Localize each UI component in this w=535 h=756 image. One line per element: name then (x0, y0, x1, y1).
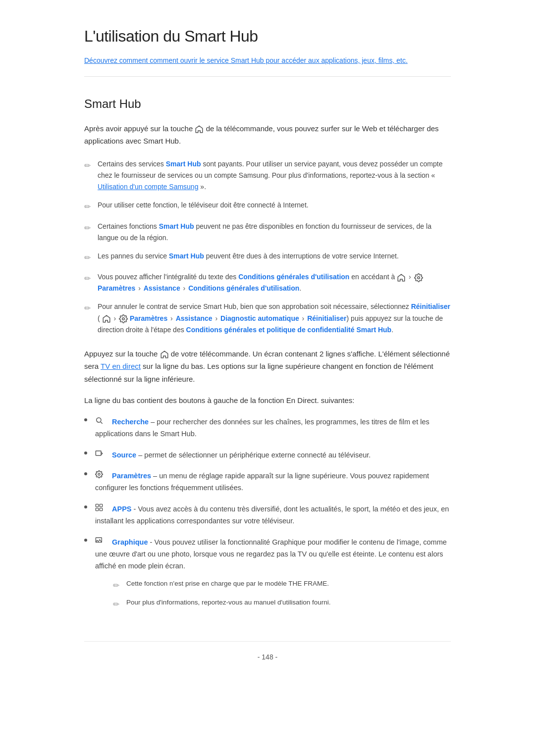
gear-icon-feature (95, 470, 106, 478)
cgu-link-2[interactable]: Conditions générales d'utilisation (188, 284, 299, 292)
sub-note-2: ✏ Pour plus d'informations, reportez-vou… (113, 597, 451, 611)
notes-list: ✏ Certains des services Smart Hub sont p… (84, 158, 451, 336)
smarthub-link-1[interactable]: Smart Hub (166, 160, 201, 168)
pencil-icon-5: ✏ (84, 272, 91, 285)
smarthub-link-3[interactable]: Smart Hub (169, 252, 204, 260)
pencil-icon-6: ✏ (84, 302, 91, 315)
gear-icon-inline-1 (414, 273, 423, 282)
params-link-1[interactable]: Paramètres (98, 284, 135, 292)
feature-recherche: Recherche – pour rechercher des données … (84, 416, 451, 440)
svg-rect-8 (96, 508, 98, 511)
source-icon (95, 450, 106, 457)
svg-rect-6 (96, 504, 98, 507)
pencil-icon-4: ✏ (84, 252, 91, 264)
svg-point-0 (417, 276, 420, 279)
apps-icon (95, 504, 106, 511)
pencil-icon-sub-1: ✏ (113, 579, 119, 592)
bullet-dot-1 (84, 418, 87, 421)
params-link-2[interactable]: Paramètres (130, 314, 167, 322)
feature-source: Source – permet de sélectionner un périp… (84, 449, 451, 461)
pencil-icon-1: ✏ (84, 159, 91, 172)
graphique-label[interactable]: Graphique (112, 538, 148, 546)
features-list: Recherche – pour rechercher des données … (84, 416, 451, 616)
home-icon-inline-1 (397, 273, 406, 282)
bullet-dot-5 (84, 539, 87, 542)
parametres-label[interactable]: Paramètres (112, 472, 151, 480)
page-subtitle[interactable]: Découvrez comment comment ouvrir le serv… (84, 55, 451, 76)
note-item-5: ✏ Vous pouvez afficher l'intégralité du … (84, 271, 451, 294)
home-icon-inline-2 (102, 314, 111, 323)
svg-rect-9 (100, 508, 102, 511)
para-3: La ligne du bas contient des boutons à g… (84, 394, 451, 407)
cgu-link-1[interactable]: Conditions générales d'utilisation (238, 273, 349, 281)
recherche-label[interactable]: Recherche (112, 418, 149, 426)
pencil-icon-sub-2: ✏ (113, 598, 119, 611)
reinit-link-2[interactable]: Réinitialiser (307, 314, 346, 322)
note-item-6: ✏ Pour annuler le contrat de service Sma… (84, 301, 451, 335)
assistance-link-1[interactable]: Assistance (144, 284, 180, 292)
page-number: - 148 - (84, 641, 451, 662)
page-title: L'utilisation du Smart Hub (84, 24, 451, 49)
svg-point-1 (122, 318, 125, 320)
sub-note-1: ✏ Cette fonction n'est prise en charge q… (113, 578, 451, 592)
diag-link[interactable]: Diagnostic automatique (220, 314, 299, 322)
search-icon (95, 416, 106, 424)
assistance-link-2[interactable]: Assistance (176, 314, 213, 322)
art-icon (95, 537, 106, 545)
smarthub-link-2[interactable]: Smart Hub (159, 222, 194, 230)
svg-point-2 (97, 417, 101, 422)
gear-icon-inline-2 (119, 314, 128, 323)
feature-apps: APPS - Vous avez accès à du contenu très… (84, 503, 451, 527)
bullet-dot-2 (84, 452, 87, 454)
section-heading: Smart Hub (84, 95, 451, 113)
home-icon (195, 125, 204, 134)
bullet-dot-4 (84, 505, 87, 508)
note-item-3: ✏ Certaines fonctions Smart Hub peuvent … (84, 221, 451, 244)
samsung-account-link[interactable]: Utilisation d'un compte Samsung (98, 183, 198, 191)
note-item-4: ✏ Les pannes du service Smart Hub peuven… (84, 251, 451, 264)
pencil-icon-2: ✏ (84, 201, 91, 213)
source-label[interactable]: Source (112, 451, 136, 459)
note-item-2: ✏ Pour utiliser cette fonction, le télév… (84, 200, 451, 213)
intro-paragraph: Après avoir appuyé sur la touche de la t… (84, 122, 451, 148)
bullet-dot-3 (84, 472, 87, 475)
reinit-link[interactable]: Réinitialiser (411, 302, 450, 310)
feature-parametres: Paramètres – un menu de réglage rapide a… (84, 470, 451, 494)
svg-point-5 (98, 473, 100, 475)
pencil-icon-3: ✏ (84, 222, 91, 235)
feature-graphique: Graphique - Vous pouvez utiliser la fonc… (84, 536, 451, 616)
para-2: Appuyez sur la touche de votre télécomma… (84, 348, 451, 386)
home-icon-inline-3 (160, 350, 169, 359)
svg-rect-4 (96, 451, 101, 455)
cgu-policy-link[interactable]: Conditions générales et politique de con… (186, 326, 392, 334)
graphique-subbullets: ✏ Cette fonction n'est prise en charge q… (113, 578, 451, 611)
page-container: L'utilisation du Smart Hub Découvrez com… (54, 0, 481, 692)
note-item-1: ✏ Certains des services Smart Hub sont p… (84, 158, 451, 193)
tv-direct-link[interactable]: TV en direct (101, 362, 141, 370)
svg-line-3 (101, 422, 103, 424)
apps-label[interactable]: APPS (112, 505, 132, 513)
svg-rect-7 (100, 504, 102, 507)
